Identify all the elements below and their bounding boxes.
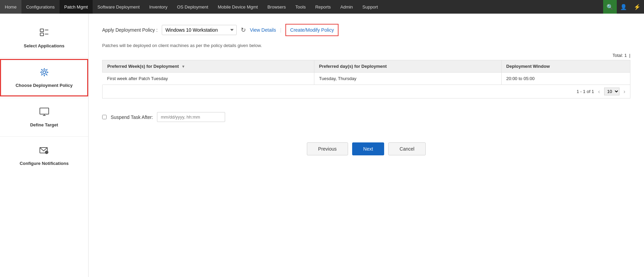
- info-text: Patches will be deployed on client machi…: [102, 43, 630, 48]
- sort-icon: ▼: [182, 64, 185, 68]
- cell-deployment-window: 20:00 to 05:00: [501, 73, 630, 85]
- pagination: 1 - 1 of 1 ‹ 10 ›: [102, 85, 630, 98]
- sidebar-item-define-target-label: Define Target: [30, 122, 58, 128]
- list-icon: [39, 27, 50, 41]
- suspend-date-input[interactable]: [157, 112, 225, 122]
- previous-button[interactable]: Previous: [307, 142, 348, 155]
- main-content: Apply Deployment Policy : Windows 10 Wor…: [89, 14, 644, 277]
- next-button[interactable]: Next: [352, 142, 384, 155]
- table-row: First week after Patch Tuesday Tuesday, …: [103, 73, 630, 85]
- pagination-range: 1 - 1 of 1: [577, 89, 594, 94]
- nav-browsers[interactable]: Browsers: [263, 0, 290, 14]
- nav-patch-mgmt[interactable]: Patch Mgmt: [60, 0, 93, 14]
- main-layout: Select Applications Choose Deployment Po…: [0, 14, 644, 277]
- sidebar-item-configure-notifications-label: Configure Notifications: [20, 161, 69, 167]
- mail-icon: !: [39, 145, 50, 158]
- svg-point-10: [45, 151, 48, 154]
- svg-point-5: [42, 70, 47, 75]
- monitor-icon: [39, 106, 50, 120]
- cancel-button[interactable]: Cancel: [388, 142, 426, 155]
- svg-point-4: [43, 71, 46, 74]
- nav-support[interactable]: Support: [358, 0, 383, 14]
- svg-rect-0: [40, 29, 44, 32]
- flash-icon-button[interactable]: ⚡: [630, 0, 644, 14]
- sidebar-item-define-target[interactable]: Define Target: [0, 99, 88, 135]
- policy-row: Apply Deployment Policy : Windows 10 Wor…: [102, 24, 630, 36]
- create-modify-policy-link[interactable]: Create/Modify Policy: [285, 24, 339, 36]
- user-icon-button[interactable]: 👤: [617, 0, 630, 14]
- nav-inventory[interactable]: Inventory: [144, 0, 172, 14]
- suspend-row: Suspend Task After:: [102, 112, 630, 122]
- policy-label: Apply Deployment Policy :: [102, 27, 158, 33]
- policy-select[interactable]: Windows 10 Workstation: [162, 25, 237, 35]
- cell-preferred-days: Tuesday, Thursday: [314, 73, 501, 85]
- nav-configurations[interactable]: Configurations: [21, 0, 60, 14]
- bottom-buttons: Previous Next Cancel: [102, 136, 630, 155]
- sidebar-item-choose-deployment-policy[interactable]: Choose Deployment Policy: [0, 59, 88, 96]
- sidebar-item-choose-deployment-policy-label: Choose Deployment Policy: [16, 83, 73, 89]
- view-details-link[interactable]: View Details: [250, 27, 276, 33]
- total-row: Total: 1 |: [102, 53, 630, 58]
- page-size-select[interactable]: 10: [604, 88, 619, 95]
- deployment-table: Preferred Week(s) for Deployment ▼ Prefe…: [102, 60, 630, 85]
- svg-text:!: !: [46, 152, 47, 154]
- nav-software-deployment[interactable]: Software Deployment: [93, 0, 144, 14]
- col-preferred-weeks[interactable]: Preferred Week(s) for Deployment ▼: [103, 60, 314, 73]
- sidebar-item-select-applications-label: Select Applications: [24, 43, 64, 49]
- nav-os-deployment[interactable]: OS Deployment: [172, 0, 213, 14]
- gear-icon: [39, 67, 50, 80]
- nav-mobile-device-mgmt[interactable]: Mobile Device Mgmt: [213, 0, 263, 14]
- total-label: Total: 1: [612, 53, 627, 58]
- svg-rect-2: [40, 33, 44, 36]
- search-icon-button[interactable]: 🔍: [603, 0, 617, 14]
- svg-rect-6: [40, 108, 49, 114]
- next-page-button[interactable]: ›: [622, 89, 627, 95]
- nav-reports[interactable]: Reports: [311, 0, 336, 14]
- cell-preferred-weeks: First week after Patch Tuesday: [103, 73, 314, 85]
- top-nav: Home Configurations Patch Mgmt Software …: [0, 0, 644, 14]
- sidebar-item-configure-notifications[interactable]: ! Configure Notifications: [0, 138, 88, 173]
- suspend-label: Suspend Task After:: [111, 114, 153, 120]
- sidebar-item-select-applications[interactable]: Select Applications: [0, 20, 88, 56]
- refresh-icon[interactable]: ↻: [241, 26, 246, 34]
- col-deployment-window: Deployment Window: [501, 60, 630, 73]
- prev-page-button[interactable]: ‹: [597, 89, 601, 95]
- suspend-checkbox[interactable]: [102, 115, 107, 119]
- nav-tools[interactable]: Tools: [290, 0, 310, 14]
- nav-home[interactable]: Home: [0, 0, 21, 14]
- col-preferred-days: Preferred day(s) for Deployment: [314, 60, 501, 73]
- nav-admin[interactable]: Admin: [335, 0, 358, 14]
- sidebar: Select Applications Choose Deployment Po…: [0, 14, 89, 277]
- table-header-row: Preferred Week(s) for Deployment ▼ Prefe…: [103, 60, 630, 73]
